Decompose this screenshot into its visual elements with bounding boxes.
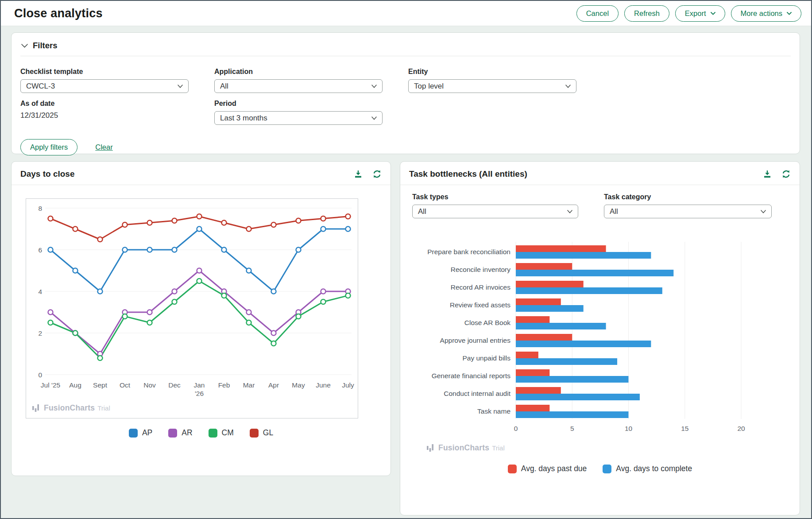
- entity-label: Entity: [408, 68, 576, 76]
- fusioncharts-watermark: FusionCharts Trial: [427, 443, 800, 453]
- svg-text:0: 0: [38, 371, 42, 379]
- legend-label: Avg. days past due: [521, 464, 587, 473]
- days-to-close-card: Days to close 02468Jul '25AugSeptOctNovD…: [11, 161, 391, 476]
- task-types-label: Task types: [412, 193, 578, 201]
- legend-item-avg-days-to-complete[interactable]: Avg. days to complete: [603, 464, 692, 473]
- close-analytics-page: Close analytics Cancel Refresh Export Mo…: [0, 0, 812, 519]
- more-actions-button-label: More actions: [741, 9, 782, 18]
- task-category-select[interactable]: All: [604, 205, 772, 218]
- apply-filters-button[interactable]: Apply filters: [20, 139, 77, 155]
- watermark-brand: FusionCharts: [438, 443, 489, 453]
- period-value: Last 3 months: [220, 114, 267, 123]
- svg-text:2: 2: [38, 329, 42, 337]
- entity-select[interactable]: Top level: [408, 79, 576, 93]
- svg-text:Close AR Book: Close AR Book: [464, 319, 510, 326]
- application-label: Application: [214, 68, 383, 76]
- task-category-field: Task category All: [604, 193, 772, 218]
- chevron-down-icon: [711, 12, 715, 15]
- download-chart-button[interactable]: [763, 170, 772, 178]
- svg-text:4: 4: [38, 288, 42, 295]
- legend-item-cm[interactable]: CM: [209, 428, 234, 438]
- refresh-chart-button[interactable]: [372, 170, 382, 178]
- page-title: Close analytics: [14, 7, 103, 20]
- svg-text:Jan: Jan: [194, 381, 205, 389]
- legend-swatch: [209, 429, 217, 438]
- checklist-template-label: Checklist template: [20, 68, 189, 76]
- days-to-close-chart: 02468Jul '25AugSeptOctNovDecJan'26FebMar…: [26, 198, 358, 418]
- legend-item-ap[interactable]: AP: [129, 428, 152, 438]
- svg-text:'26: '26: [195, 390, 204, 397]
- svg-text:Apr: Apr: [268, 381, 279, 389]
- page-header: Close analytics Cancel Refresh Export Mo…: [1, 1, 811, 26]
- svg-text:Pay unpaid bills: Pay unpaid bills: [462, 354, 510, 362]
- legend-item-gl[interactable]: GL: [250, 428, 273, 438]
- legend-swatch: [603, 465, 611, 473]
- application-select[interactable]: All: [214, 79, 383, 93]
- svg-text:15: 15: [681, 425, 688, 432]
- svg-text:Jul '25: Jul '25: [41, 381, 60, 389]
- svg-text:Generate financial reports: Generate financial reports: [432, 372, 511, 380]
- svg-text:6: 6: [38, 246, 42, 254]
- svg-text:Record AR invoices: Record AR invoices: [451, 283, 511, 291]
- task-bottlenecks-title: Task bottlenecks (All entities): [409, 169, 527, 179]
- entity-field: Entity Top level: [408, 68, 576, 93]
- checklist-template-select[interactable]: CWCL-3: [20, 79, 189, 93]
- days-to-close-legend: APARCMGL: [12, 428, 391, 438]
- entity-value: Top level: [414, 82, 444, 91]
- task-bottlenecks-legend: Avg. days past dueAvg. days to complete: [400, 464, 800, 473]
- download-chart-button[interactable]: [354, 170, 363, 178]
- task-bottlenecks-header: Task bottlenecks (All entities): [400, 162, 800, 185]
- legend-label: GL: [263, 428, 273, 438]
- refresh-chart-button[interactable]: [781, 170, 791, 178]
- task-types-value: All: [418, 207, 426, 216]
- cancel-button[interactable]: Cancel: [576, 5, 619, 22]
- chevron-down-icon: [178, 85, 183, 88]
- period-label: Period: [214, 100, 383, 108]
- legend-swatch: [508, 465, 517, 473]
- chevron-down-icon: [761, 210, 766, 213]
- svg-text:Dec: Dec: [168, 381, 181, 389]
- fusioncharts-watermark: FusionCharts Trial: [32, 403, 110, 413]
- legend-item-ar[interactable]: AR: [168, 428, 192, 438]
- export-button-label: Export: [685, 9, 706, 18]
- filters-header[interactable]: Filters: [20, 40, 791, 56]
- refresh-button-label: Refresh: [634, 9, 660, 18]
- task-bottlenecks-chart: 05101520Prepare bank reconciliationRecon…: [400, 234, 800, 451]
- task-types-select[interactable]: All: [412, 205, 578, 218]
- fusioncharts-logo-icon: [32, 404, 40, 412]
- fusioncharts-logo-icon: [427, 444, 434, 452]
- page-content: Filters Checklist template CWCL-3 Applic…: [1, 26, 811, 515]
- watermark-brand: FusionCharts: [44, 403, 95, 413]
- legend-swatch: [250, 429, 259, 438]
- header-actions: Cancel Refresh Export More actions: [576, 5, 801, 22]
- legend-label: Avg. days to complete: [616, 464, 692, 473]
- chevron-down-icon: [371, 85, 377, 88]
- svg-text:Nov: Nov: [143, 381, 156, 389]
- svg-text:Aug: Aug: [69, 381, 81, 389]
- cancel-button-label: Cancel: [586, 9, 609, 18]
- clear-filters-link[interactable]: Clear: [95, 143, 112, 151]
- svg-text:Review fixed assets: Review fixed assets: [450, 301, 510, 309]
- checklist-template-field: Checklist template CWCL-3: [20, 68, 189, 93]
- refresh-icon: [781, 170, 791, 178]
- legend-label: CM: [222, 428, 234, 438]
- filters-actions: Apply filters Clear: [20, 139, 791, 155]
- svg-text:Task name: Task name: [477, 407, 510, 415]
- application-value: All: [220, 82, 228, 91]
- more-actions-button[interactable]: More actions: [731, 5, 801, 22]
- export-button[interactable]: Export: [675, 5, 725, 22]
- refresh-button[interactable]: Refresh: [624, 5, 669, 22]
- period-field: Period Last 3 months: [214, 100, 383, 125]
- filters-title: Filters: [33, 41, 58, 50]
- refresh-icon: [372, 170, 382, 178]
- svg-text:20: 20: [737, 425, 745, 432]
- task-bottlenecks-card: Task bottlenecks (All entities) Task typ…: [400, 161, 800, 515]
- charts-row: Days to close 02468Jul '25AugSeptOctNovD…: [11, 161, 800, 515]
- chevron-down-icon: [567, 210, 572, 213]
- days-to-close-header: Days to close: [12, 162, 391, 185]
- period-select[interactable]: Last 3 months: [214, 111, 383, 125]
- task-category-value: All: [610, 207, 618, 216]
- legend-item-avg-days-past-due[interactable]: Avg. days past due: [508, 464, 587, 473]
- task-types-field: Task types All: [412, 193, 578, 218]
- watermark-trial: Trial: [97, 404, 110, 412]
